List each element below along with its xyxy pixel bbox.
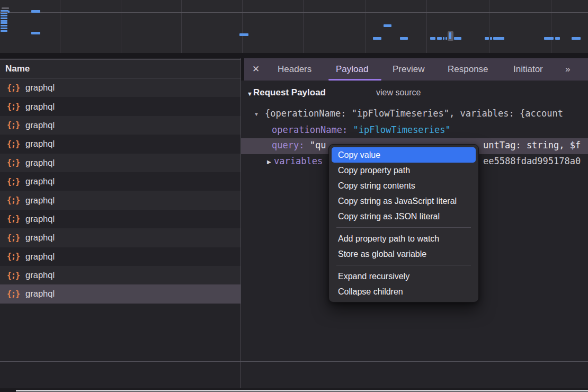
request-row[interactable]: {;}graphql	[0, 191, 240, 209]
menu-item-copy-string-js-literal[interactable]: Copy string as JavaScript literal	[329, 193, 478, 209]
grid-line	[551, 0, 551, 53]
screen-bottom-edge	[16, 390, 588, 391]
payload-operation-row[interactable]: operationName: "ipFlowTimeseries"	[241, 123, 588, 138]
overview-baseline	[0, 12, 588, 13]
timeline-bar	[384, 24, 391, 27]
request-row[interactable]: {;}graphql	[0, 97, 240, 115]
timeline-bar	[437, 37, 442, 40]
request-name: graphql	[25, 252, 55, 262]
property-value: "ipFlowTimeseries"	[353, 124, 451, 135]
timeline-bar	[1, 22, 7, 24]
request-name: graphql	[25, 289, 55, 299]
request-row[interactable]: {;}graphql	[0, 172, 240, 191]
timeline-bar	[1, 30, 7, 32]
menu-item-store-as-global-variable[interactable]: Store as global variable	[329, 246, 478, 262]
close-detail-pane-button[interactable]: ✕	[252, 58, 260, 81]
context-menu: Copy value Copy property path Copy strin…	[328, 144, 479, 302]
grid-line	[121, 0, 121, 53]
json-file-icon: {;}	[7, 252, 20, 261]
timeline-bar	[493, 37, 504, 40]
json-file-icon: {;}	[7, 177, 20, 186]
menu-item-copy-string-contents[interactable]: Copy string contents	[329, 178, 478, 193]
timeline-bar	[1, 10, 8, 12]
json-file-icon: {;}	[7, 83, 20, 93]
request-row[interactable]: {;}graphql	[0, 154, 240, 172]
property-value-right: ee5588fdad995178a0	[483, 156, 581, 166]
json-file-icon: {;}	[7, 271, 20, 280]
property-text: operationName: "ipFlowTimeseries"	[272, 124, 451, 135]
request-rows: {;}graphql {;}graphql {;}graphql {;}grap…	[0, 78, 240, 304]
timeline-bar	[1, 15, 7, 16]
timeline-bar	[1, 25, 7, 26]
expand-arrow-icon[interactable]: ▼	[254, 111, 259, 117]
timeline-bar	[239, 33, 248, 36]
active-tab-underline	[328, 79, 381, 81]
request-name: graphql	[25, 270, 55, 280]
timeline-bar	[490, 37, 492, 40]
request-row[interactable]: {;}graphql	[0, 135, 240, 153]
request-name: graphql	[25, 195, 55, 206]
menu-item-collapse-children[interactable]: Collapse children	[329, 284, 478, 299]
timeline-bar	[31, 32, 40, 34]
request-list-panel: Name {;}graphql {;}graphql {;}graphql {;…	[0, 58, 240, 388]
timeline-bar	[8, 11, 10, 13]
request-name: graphql	[25, 214, 55, 224]
json-file-icon: {;}	[7, 214, 20, 224]
timeline-bar	[544, 37, 554, 40]
tab-initiator[interactable]: Initiator	[513, 58, 543, 81]
timeline-bar	[31, 10, 40, 13]
timeline-bar	[1, 13, 7, 14]
property-text: query: "qu	[272, 140, 326, 150]
request-name: graphql	[25, 158, 55, 168]
property-key: query:	[272, 140, 304, 150]
request-name: graphql	[25, 176, 55, 186]
request-row[interactable]: {;}graphql	[0, 247, 240, 266]
tab-headers[interactable]: Headers	[278, 58, 311, 81]
view-source-link[interactable]: view source	[376, 88, 421, 97]
payload-root-row[interactable]: ▼ {operationName: "ipFlowTimeseries", va…	[241, 106, 588, 122]
timeline-bar	[1, 28, 7, 29]
collapsed-arrow-icon[interactable]: ▶	[267, 159, 271, 165]
json-file-icon: {;}	[7, 120, 20, 130]
grid-line	[60, 0, 60, 53]
property-value-right: untTag: string, $f	[483, 140, 581, 150]
grid-line	[242, 0, 243, 53]
network-overview[interactable]	[0, 0, 588, 53]
grid-line	[426, 0, 427, 53]
section-title: Request Payload	[253, 87, 326, 98]
tab-preview[interactable]: Preview	[393, 58, 424, 81]
timeline-bar	[485, 37, 489, 40]
property-key: operationName:	[272, 124, 348, 135]
menu-item-add-property-path-to-watch[interactable]: Add property path to watch	[329, 231, 478, 246]
menu-separator	[336, 227, 471, 228]
devtools-network-panel: Name {;}graphql {;}graphql {;}graphql {;…	[0, 0, 588, 392]
tab-payload[interactable]: Payload	[336, 58, 368, 81]
request-row[interactable]: {;}graphql	[0, 210, 240, 228]
timeline-bar	[446, 37, 447, 40]
section-disclosure-icon[interactable]: ▼	[247, 91, 253, 97]
request-row[interactable]: {;}graphql	[0, 78, 240, 97]
grid-line	[303, 0, 304, 53]
request-row[interactable]: {;}graphql	[0, 266, 240, 284]
menu-item-copy-property-path[interactable]: Copy property path	[329, 163, 478, 178]
request-row[interactable]: {;}graphql	[0, 228, 240, 247]
request-row-selected[interactable]: {;}graphql	[0, 284, 240, 303]
tab-response[interactable]: Response	[448, 58, 488, 81]
detail-tabbar: ✕ Headers Payload Preview Response Initi…	[241, 58, 588, 81]
request-row[interactable]: {;}graphql	[0, 116, 240, 135]
json-file-icon: {;}	[7, 233, 20, 243]
json-file-icon: {;}	[7, 195, 20, 205]
grid-line	[181, 0, 182, 53]
property-key: variables	[274, 156, 323, 166]
menu-item-copy-string-json-literal[interactable]: Copy string as JSON literal	[329, 209, 478, 224]
menu-item-expand-recursively[interactable]: Expand recursively	[329, 269, 478, 284]
timeline-bar	[454, 37, 461, 40]
menu-separator	[336, 265, 471, 265]
more-tabs-button[interactable]: »	[565, 58, 569, 81]
timeline-bar	[449, 32, 451, 39]
request-name: graphql	[25, 139, 55, 149]
timeline-bar	[1, 20, 7, 22]
grid-line	[489, 0, 489, 53]
column-header-name[interactable]: Name	[0, 59, 240, 78]
menu-item-copy-value[interactable]: Copy value	[332, 147, 476, 163]
